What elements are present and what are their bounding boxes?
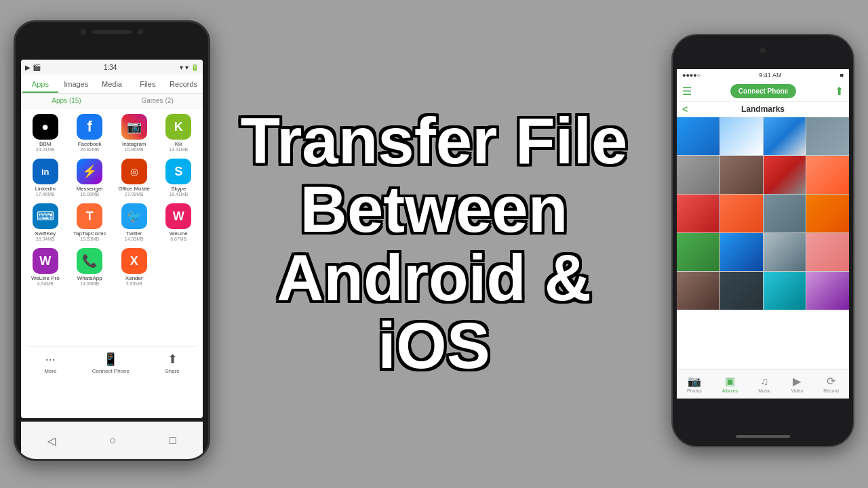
- list-item[interactable]: ⚡ Messenger 16.06MB: [68, 156, 112, 199]
- list-item[interactable]: [764, 156, 806, 194]
- app-size: 4.94MB: [37, 281, 54, 286]
- home-button[interactable]: ○: [109, 434, 116, 447]
- back-arrow-icon[interactable]: <: [682, 104, 688, 115]
- more-button[interactable]: ··· More: [44, 352, 56, 374]
- list-item[interactable]: [806, 156, 849, 194]
- app-size: 26.34MB: [36, 237, 55, 241]
- list-item[interactable]: [677, 195, 719, 232]
- recents-button[interactable]: □: [170, 434, 176, 447]
- ios-tab-video[interactable]: ▶ Video: [791, 375, 804, 393]
- ios-screen: ●●●●○ 9:41 AM ■ ☰ Connect Phone ⬆ < Land…: [677, 69, 849, 399]
- tab-records[interactable]: Records: [165, 77, 201, 93]
- list-item[interactable]: [806, 233, 849, 271]
- sub-tab-games[interactable]: Games (2): [112, 94, 203, 108]
- albums-tab-label: Albums: [722, 388, 738, 393]
- ios-tab-albums[interactable]: ▣ Albums: [722, 375, 738, 393]
- instagram-icon: 📷: [121, 114, 147, 140]
- app-size: 24.21MB: [36, 147, 55, 152]
- list-item[interactable]: [677, 156, 719, 194]
- tab-apps[interactable]: Apps: [22, 77, 58, 93]
- messenger-icon: ⚡: [77, 159, 102, 184]
- app-name: Instagram: [122, 141, 146, 147]
- list-item[interactable]: [764, 233, 806, 271]
- welinepro-icon: W: [33, 248, 58, 274]
- ios-share-icon[interactable]: ⬆: [835, 85, 844, 98]
- list-item[interactable]: [806, 272, 849, 310]
- list-item[interactable]: [764, 195, 806, 232]
- list-item[interactable]: [720, 117, 763, 155]
- share-label: Share: [165, 368, 179, 374]
- connect-icon: 📱: [103, 352, 118, 367]
- ios-tab-music[interactable]: ♫ Music: [758, 375, 770, 393]
- app-size: 27.09MB: [125, 192, 144, 197]
- list-item[interactable]: [677, 272, 719, 310]
- list-item[interactable]: [720, 156, 763, 194]
- list-item[interactable]: ● BBM 24.21MB: [24, 111, 67, 155]
- list-item[interactable]: X Xender 3.95MB: [113, 245, 156, 289]
- tab-images[interactable]: Images: [58, 77, 94, 93]
- status-left: ▶ 🎬: [25, 64, 41, 71]
- main-title: Transfer File Between Android & iOS: [217, 107, 651, 380]
- status-time: 1:34: [104, 64, 117, 71]
- ios-phone: ●●●●○ 9:41 AM ■ ☰ Connect Phone ⬆ < Land…: [671, 34, 854, 447]
- ios-tab-record[interactable]: ⟳ Record: [823, 375, 839, 393]
- ios-home-bar: [736, 435, 790, 438]
- list-item[interactable]: S Skype 18.41MB: [157, 156, 201, 199]
- list-item[interactable]: T TapTapComic 19.53MB: [68, 201, 112, 244]
- tab-media[interactable]: Media: [94, 77, 130, 93]
- list-item[interactable]: [806, 117, 849, 155]
- list-item[interactable]: 📞 WhatsApp 14.98MB: [68, 245, 112, 289]
- menu-icon[interactable]: ☰: [682, 85, 692, 98]
- list-item[interactable]: W WeLine 6.67MB: [157, 201, 201, 244]
- list-item[interactable]: [720, 195, 763, 232]
- app-name: LinkedIn: [35, 186, 56, 192]
- back-button[interactable]: ◁: [47, 434, 56, 447]
- ios-connect-button[interactable]: Connect Phone: [730, 84, 796, 98]
- record-icon: ⟳: [827, 375, 835, 388]
- app-size: 19.53MB: [80, 237, 99, 241]
- list-item[interactable]: in LinkedIn 17.46MB: [24, 156, 67, 199]
- list-item[interactable]: ⌨ SwiftKey 26.34MB: [24, 201, 67, 244]
- connect-phone-button[interactable]: 📱 Connect Phone: [92, 352, 130, 374]
- swiftkey-icon: ⌨: [33, 203, 58, 229]
- list-item[interactable]: 🐦 Twitter 14.93MB: [113, 201, 156, 244]
- app-name: TapTapComic: [73, 230, 106, 237]
- linkedin-icon: in: [33, 159, 58, 184]
- app-size: 14.93MB: [125, 237, 144, 241]
- app-name: Xender: [125, 275, 143, 281]
- list-item[interactable]: 📷 Instagram 10.86MB: [113, 111, 156, 155]
- ios-photos-grid: [677, 117, 849, 310]
- list-item[interactable]: ◎ Office Mobile 27.09MB: [113, 156, 156, 199]
- office-icon: ◎: [121, 159, 147, 184]
- share-button[interactable]: ⬆ Share: [165, 352, 179, 374]
- list-item[interactable]: [764, 117, 806, 155]
- list-item[interactable]: f Facebook 26.82MB: [68, 111, 112, 155]
- sub-tab-apps[interactable]: Apps (15): [21, 94, 112, 108]
- list-item[interactable]: W WeLine Pro 4.94MB: [24, 245, 67, 289]
- android-phone: ▶ 🎬 1:34 ▾ ▾ 🔋 Apps Images Media Files R…: [14, 20, 210, 461]
- list-item[interactable]: [677, 233, 719, 271]
- tab-files[interactable]: Files: [130, 77, 165, 93]
- list-item[interactable]: K Kik 13.31MB: [157, 111, 201, 155]
- app-name: Kik: [175, 141, 182, 147]
- list-item[interactable]: [677, 117, 719, 155]
- ios-signal: ●●●●○: [682, 72, 701, 79]
- ios-tab-photos[interactable]: 📷 Photos: [687, 375, 702, 393]
- android-apps-grid: ● BBM 24.21MB f Facebook 26.82MB 📷 Insta…: [21, 108, 203, 291]
- ios-status-bar: ●●●●○ 9:41 AM ■: [677, 69, 849, 81]
- kik-icon: K: [165, 114, 191, 140]
- list-item[interactable]: [806, 195, 849, 232]
- android-bottom-actions: ··· More 📱 Connect Phone ⬆ Share: [26, 346, 197, 379]
- ios-header-title: Landmarks: [741, 104, 785, 114]
- app-size: 10.86MB: [125, 147, 144, 152]
- video-tab-label: Video: [791, 388, 804, 393]
- list-item[interactable]: [764, 272, 806, 310]
- app-size: 14.98MB: [80, 281, 99, 286]
- list-item[interactable]: [720, 272, 763, 310]
- weline-icon: W: [165, 203, 191, 229]
- app-size: 17.46MB: [36, 192, 55, 197]
- list-item[interactable]: [720, 233, 763, 271]
- taptap-icon: T: [77, 203, 102, 229]
- app-name: BBM: [39, 141, 51, 147]
- twitter-icon: 🐦: [121, 203, 147, 229]
